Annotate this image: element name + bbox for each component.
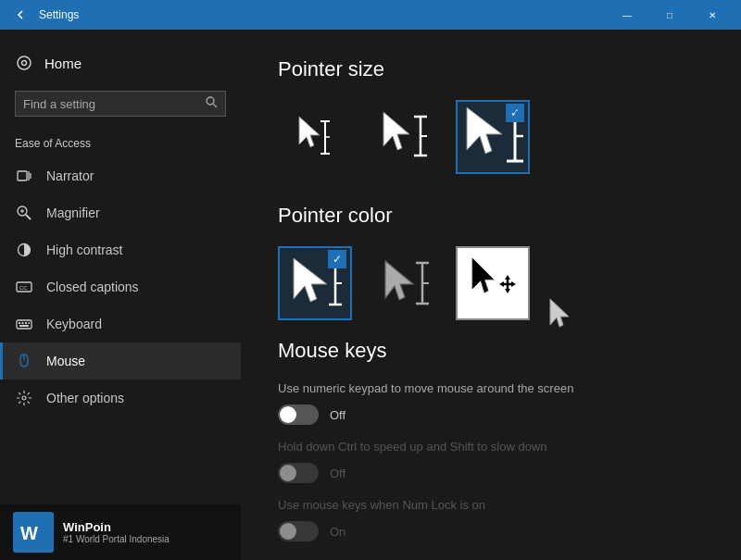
numlock-toggle-thumb	[280, 523, 296, 540]
svg-marker-28	[383, 112, 409, 150]
svg-line-8	[26, 215, 31, 219]
numlock-toggle-label: On	[330, 525, 345, 539]
sidebar-item-home[interactable]: Home	[0, 44, 241, 81]
brand-tagline: #1 World Portal Indonesia	[63, 534, 170, 544]
mouse-label: Mouse	[46, 354, 85, 368]
hold-ctrl-description: Hold down Ctrl to speed up and Shift to …	[278, 440, 704, 454]
svg-marker-23	[299, 117, 320, 147]
sidebar-item-closed-captions[interactable]: CC Closed captions	[0, 268, 241, 305]
svg-point-2	[207, 97, 214, 105]
pointer-size-medium[interactable]	[367, 100, 441, 174]
content-area: Pointer size	[241, 30, 741, 560]
hold-ctrl-toggle-row: Off	[278, 463, 704, 483]
sidebar-item-mouse[interactable]: Mouse	[0, 342, 241, 380]
sidebar-item-other-options[interactable]: Other options	[0, 380, 241, 417]
pointer-color-white[interactable]: ✓	[278, 246, 352, 320]
app-container: Home Ease of Access Narrator	[0, 30, 741, 560]
sidebar-item-magnifier[interactable]: Magnifier	[0, 194, 241, 231]
magnifier-icon	[15, 204, 33, 222]
pointer-size-small[interactable]	[278, 100, 352, 174]
svg-point-22	[22, 396, 26, 400]
svg-marker-54	[499, 281, 504, 287]
sidebar: Home Ease of Access Narrator	[0, 30, 241, 560]
high-contrast-icon	[15, 241, 33, 259]
window-controls: — □ ✕	[606, 0, 734, 30]
search-input[interactable]	[23, 97, 206, 111]
svg-rect-17	[25, 322, 27, 324]
narrator-label: Narrator	[46, 168, 94, 183]
mouse-keys-title: Mouse keys	[278, 339, 704, 363]
close-button[interactable]: ✕	[691, 0, 734, 30]
high-contrast-label: High contrast	[46, 243, 122, 257]
color-selected-checkmark: ✓	[328, 250, 346, 268]
magnifier-label: Magnifier	[46, 205, 100, 220]
back-button[interactable]	[7, 2, 33, 28]
narrator-icon	[15, 167, 33, 185]
keyboard-icon	[15, 315, 33, 333]
hold-ctrl-toggle[interactable]	[278, 463, 319, 483]
sidebar-item-keyboard[interactable]: Keyboard	[0, 305, 241, 342]
closed-captions-label: Closed captions	[46, 280, 139, 294]
closed-captions-icon: CC	[15, 278, 33, 296]
svg-marker-33	[467, 107, 502, 154]
svg-point-0	[18, 56, 31, 69]
svg-marker-52	[505, 289, 510, 293]
mouse-icon	[15, 352, 33, 370]
numlock-description: Use mouse keys when Num Lock is on	[278, 498, 704, 512]
maximize-button[interactable]: □	[648, 0, 691, 30]
svg-marker-38	[294, 258, 327, 302]
numlock-toggle[interactable]	[278, 521, 319, 541]
svg-line-3	[214, 105, 218, 108]
brand-name: WinPoin	[63, 520, 170, 534]
sidebar-item-narrator[interactable]: Narrator	[0, 157, 241, 194]
mouse-keys-toggle[interactable]	[278, 404, 319, 425]
sidebar-section-label: Ease of Access	[0, 131, 241, 157]
pointer-color-gray[interactable]	[367, 246, 441, 320]
numlock-toggle-row: On	[278, 521, 704, 541]
svg-marker-53	[511, 281, 516, 287]
keyboard-label: Keyboard	[46, 317, 102, 331]
home-label: Home	[44, 56, 82, 71]
window-title: Settings	[39, 8, 606, 21]
svg-text:CC: CC	[19, 285, 28, 291]
svg-rect-15	[19, 322, 20, 324]
brand-text: WinPoin #1 World Portal Indonesia	[63, 520, 170, 544]
search-icon	[206, 95, 218, 112]
selected-checkmark: ✓	[506, 104, 524, 122]
search-box[interactable]	[15, 91, 226, 117]
svg-rect-16	[22, 322, 24, 324]
svg-rect-4	[18, 171, 27, 180]
brand-logo: W	[13, 512, 54, 553]
svg-marker-48	[472, 258, 494, 292]
mouse-keys-toggle-thumb	[280, 406, 296, 423]
pointer-color-inverted[interactable]	[456, 246, 530, 320]
mouse-keys-description: Use numeric keypad to move mouse around …	[278, 381, 704, 395]
pointer-color-options: ✓	[278, 246, 704, 320]
svg-rect-19	[19, 325, 29, 327]
svg-marker-51	[505, 275, 510, 280]
sidebar-item-high-contrast[interactable]: High contrast	[0, 231, 241, 268]
svg-text:W: W	[20, 523, 38, 543]
pointer-size-title: Pointer size	[278, 57, 704, 81]
hold-ctrl-toggle-label: Off	[330, 467, 345, 480]
svg-marker-55	[550, 299, 569, 327]
cursor-position-indicator	[546, 297, 572, 332]
svg-rect-18	[29, 322, 31, 324]
pointer-color-title: Pointer color	[278, 204, 704, 228]
branding-bar: W WinPoin #1 World Portal Indonesia	[0, 504, 241, 560]
svg-marker-43	[385, 261, 413, 300]
hold-ctrl-toggle-thumb	[280, 465, 296, 481]
svg-rect-14	[17, 320, 31, 329]
mouse-keys-toggle-row: Off	[278, 404, 704, 425]
home-icon	[15, 54, 33, 72]
other-options-label: Other options	[46, 391, 124, 405]
titlebar: Settings — □ ✕	[0, 0, 741, 30]
mouse-keys-toggle-label: Off	[330, 408, 345, 422]
minimize-button[interactable]: —	[606, 0, 648, 30]
other-options-icon	[15, 389, 33, 407]
pointer-size-options: ✓	[278, 100, 704, 174]
svg-point-1	[22, 61, 27, 66]
pointer-size-large[interactable]: ✓	[456, 100, 530, 174]
